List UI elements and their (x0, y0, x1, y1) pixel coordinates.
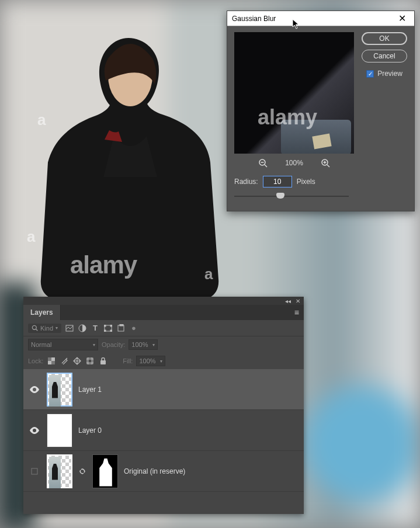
filter-kind-select[interactable]: Kind ▾ (28, 324, 61, 333)
visibility-toggle[interactable] (28, 386, 41, 393)
layer-name-label[interactable]: Original (in reserve) (124, 467, 185, 475)
svg-line-5 (327, 165, 329, 167)
gaussian-blur-dialog: Gaussian Blur ✕ alamy 100% Radius: Pixel… (227, 11, 415, 211)
panel-close-icon[interactable]: ✕ (296, 298, 300, 304)
opacity-input[interactable]: 100%▾ (129, 339, 158, 350)
opacity-label: Opacity: (102, 341, 125, 348)
svg-line-9 (36, 329, 38, 331)
filter-pixel-icon[interactable] (65, 324, 74, 333)
lock-transparency-icon[interactable] (47, 356, 56, 366)
svg-rect-28 (32, 468, 37, 474)
svg-rect-16 (110, 330, 112, 332)
watermark-a-icon: a (27, 228, 35, 246)
layer-mask-thumbnail[interactable] (92, 454, 118, 488)
svg-rect-14 (110, 325, 112, 326)
layer-thumbnail[interactable] (47, 373, 72, 407)
zoom-in-icon[interactable] (321, 158, 330, 168)
layer-name-label[interactable]: Layer 1 (78, 385, 102, 394)
lock-all-icon[interactable] (98, 356, 107, 366)
svg-rect-18 (120, 324, 123, 326)
layer-row[interactable]: Layer 0 (23, 410, 304, 451)
preview-checkbox-label: Preview (377, 70, 402, 78)
filter-adjustment-icon[interactable] (78, 324, 87, 333)
dialog-title: Gaussian Blur (232, 15, 276, 23)
layers-panel: ◂◂ ✕ Layers ≡ Kind ▾ T ● Normal▾ Opacity… (23, 297, 304, 514)
cancel-button[interactable]: Cancel (362, 50, 407, 62)
dialog-titlebar[interactable]: Gaussian Blur ✕ (227, 11, 414, 26)
preview-watermark: alamy (258, 105, 317, 130)
fill-label: Fill: (123, 357, 133, 364)
layer-row[interactable]: Original (in reserve) (23, 451, 304, 492)
layer-row[interactable]: Layer 1 (23, 369, 304, 410)
layer-thumbnail[interactable] (47, 454, 72, 488)
radius-unit: Pixels (297, 178, 315, 186)
radius-input[interactable] (263, 176, 292, 187)
filter-type-icon[interactable]: T (91, 324, 100, 333)
canvas-subject (26, 26, 228, 301)
slider-thumb-icon[interactable] (276, 193, 284, 199)
svg-line-2 (265, 165, 267, 167)
lock-artboard-icon[interactable] (85, 356, 95, 366)
preview-checkbox[interactable]: ✓ (366, 70, 374, 78)
lock-position-icon[interactable] (72, 356, 82, 366)
filter-artboard-icon[interactable]: ● (129, 324, 138, 333)
blend-mode-select[interactable]: Normal▾ (28, 339, 98, 350)
fill-input[interactable]: 100%▾ (136, 356, 165, 366)
layer-name-label[interactable]: Layer 0 (78, 426, 102, 435)
visibility-toggle[interactable] (28, 468, 41, 475)
lock-pixels-icon[interactable] (60, 356, 69, 366)
filter-preview[interactable]: alamy (234, 32, 354, 154)
visibility-toggle[interactable] (28, 427, 41, 434)
panel-collapse-icon[interactable]: ◂◂ (285, 298, 291, 304)
svg-rect-13 (104, 325, 106, 326)
filter-shape-icon[interactable] (103, 324, 113, 333)
radius-label: Radius: (234, 178, 258, 186)
svg-rect-20 (48, 357, 51, 361)
panel-menu-icon[interactable]: ≡ (290, 308, 304, 317)
layer-thumbnail[interactable] (47, 414, 72, 447)
zoom-out-icon[interactable] (258, 158, 268, 168)
tab-layers[interactable]: Layers (23, 305, 61, 320)
lock-label: Lock: (28, 357, 43, 364)
zoom-level: 100% (285, 159, 303, 167)
radius-slider[interactable] (234, 192, 349, 200)
filter-smartobject-icon[interactable] (116, 324, 126, 333)
svg-point-8 (32, 325, 36, 329)
layer-list: Layer 1 Layer 0 Original (in reserve) (23, 369, 304, 492)
watermark-a-icon: a (37, 111, 46, 129)
ok-button[interactable]: OK (362, 32, 407, 45)
svg-rect-27 (100, 360, 106, 364)
svg-rect-15 (104, 330, 106, 332)
link-icon[interactable] (78, 467, 86, 475)
svg-rect-21 (51, 361, 55, 364)
watermark-a-icon: a (204, 265, 213, 283)
close-icon[interactable]: ✕ (395, 12, 409, 25)
